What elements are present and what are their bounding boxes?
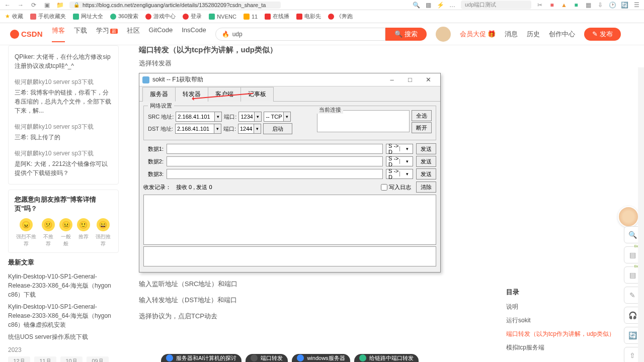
nav-blog[interactable]: 博客 [52, 26, 65, 42]
chevron-down-icon[interactable]: ▾ [214, 124, 221, 133]
comment-title[interactable]: 银河麒麟ky10 server sp3下载 [15, 149, 112, 158]
sync-icon[interactable]: 🔄 [621, 2, 628, 9]
nav-inscode[interactable]: InsCode [182, 26, 206, 42]
search-button[interactable]: 🔍 搜索 [385, 28, 427, 41]
direction-select[interactable]: S -> D▾ [386, 169, 413, 179]
rating-4[interactable]: 🙂推荐 [77, 218, 90, 247]
data1-input[interactable] [167, 144, 383, 154]
bottom-pill[interactable]: 服务器和AI计算机的探讨 [161, 354, 242, 362]
log-area[interactable] [143, 195, 436, 245]
send-button-2[interactable]: 发送 [416, 156, 436, 167]
select-all-button[interactable]: 全选 [412, 110, 432, 121]
start-button[interactable]: 启动 [263, 123, 292, 134]
reload-icon[interactable]: ⟳ [30, 2, 37, 9]
rating-3[interactable]: 😐一般般 [59, 218, 73, 247]
scrollbar[interactable] [638, 67, 644, 362]
comment-item[interactable]: QPiker: 大佬哥，在什么地方修改sip注册协议改成tcp哇^_^ [15, 52, 112, 70]
bookmark-item[interactable]: 电影先 [296, 13, 321, 20]
direction-select[interactable]: S -> D▾ [386, 144, 413, 154]
archive-month[interactable]: 09月53篇 [87, 356, 109, 362]
apps-icon[interactable]: ▦ [585, 2, 592, 9]
article-link[interactable]: Kylin-Desktop-V10-SP1-General-Release-23… [8, 302, 119, 329]
bottom-pill[interactable]: 端口转发 [246, 354, 288, 362]
minimize-button[interactable]: – [383, 75, 401, 85]
history-link[interactable]: 历史 [527, 30, 540, 39]
bookmark-item[interactable]: ★收藏 [5, 13, 23, 20]
scissors-icon[interactable]: ✂ [536, 2, 543, 9]
folder-icon[interactable]: 📁 [56, 2, 63, 9]
archive-month[interactable]: 10月37篇 [60, 356, 83, 362]
input-area[interactable] [143, 246, 436, 266]
search-input[interactable]: 🔥 udp [215, 28, 385, 41]
zoom-icon[interactable]: 🔍 [413, 2, 420, 9]
bookmark-item[interactable]: 登录 [183, 13, 202, 20]
src-port-combo[interactable]: ▾ [238, 112, 262, 122]
comment-title[interactable]: 银河麒麟ky10 server sp3下载 [15, 122, 112, 131]
nav-community[interactable]: 社区 [127, 26, 140, 42]
more-icon[interactable]: … [449, 2, 456, 9]
bookmark-item[interactable]: NVENC [209, 14, 236, 20]
image-icon[interactable]: ▩ [425, 2, 432, 9]
data2-input[interactable] [167, 156, 383, 166]
toc-item-active[interactable]: 端口转发（以为tcp作为讲解，udp类似） [506, 330, 636, 338]
toc-item[interactable]: 说明 [506, 303, 636, 311]
ext-icon-1[interactable]: ■ [548, 2, 555, 9]
close-button[interactable]: ✕ [419, 75, 437, 85]
src-ip-combo[interactable]: ▾ [176, 112, 222, 122]
forward-icon[interactable]: → [17, 2, 24, 9]
ext-icon-2[interactable]: ▲ [560, 2, 568, 9]
comment-title[interactable]: 银河麒麟ky10 server sp3下载 [15, 77, 112, 86]
chevron-down-icon[interactable]: ▾ [214, 112, 221, 121]
clear-button[interactable]: 清除 [416, 182, 436, 193]
data3-input[interactable] [167, 169, 383, 179]
chevron-down-icon[interactable]: ▾ [283, 112, 290, 121]
disconnect-button[interactable]: 断开 [412, 122, 432, 133]
rating-2[interactable]: 😕不推荐 [41, 218, 55, 247]
history-icon[interactable]: 🕑 [609, 2, 616, 9]
nav-learn[interactable]: 学习新 [96, 26, 118, 42]
direction-select[interactable]: S -> D▾ [386, 156, 413, 166]
chevron-down-icon[interactable]: ▾ [254, 124, 261, 133]
messages-link[interactable]: 消息 [505, 30, 518, 39]
send-button-3[interactable]: 发送 [416, 168, 436, 179]
bookmark-item[interactable]: 11 [244, 14, 258, 20]
browser-search[interactable]: udp端口测试 [461, 1, 531, 9]
publish-button[interactable]: ✎ 发布 [584, 28, 621, 41]
write-log-checkbox[interactable]: 写入日志 [381, 184, 411, 191]
menu-icon[interactable]: ☰ [633, 2, 640, 9]
bottom-pill[interactable]: 给链路中端口转发 [354, 354, 419, 362]
bookmark-item[interactable]: 游戏中心 [145, 13, 176, 20]
archive-month[interactable]: 11月75篇 [34, 356, 56, 362]
nav-download[interactable]: 下载 [74, 26, 87, 42]
dst-ip-combo[interactable]: ▾ [175, 124, 221, 134]
assistant-avatar[interactable] [618, 206, 639, 227]
bookmark-item[interactable]: 在线播 [265, 13, 289, 20]
csdn-logo[interactable]: CSDN [10, 30, 43, 39]
bookmark-item[interactable]: 《奔跑 [328, 13, 353, 20]
tab-server[interactable]: 服务器 [142, 87, 176, 102]
user-avatar[interactable] [436, 27, 451, 42]
back-icon[interactable]: ← [4, 2, 11, 9]
bookmark-item[interactable]: 360搜索 [110, 13, 138, 20]
archive-year[interactable]: 2023 [8, 346, 119, 353]
proto-combo[interactable]: ▾ [264, 112, 291, 122]
maximize-button[interactable]: □ [401, 75, 419, 85]
bolt-icon[interactable]: ⚡ [437, 2, 444, 9]
rating-1[interactable]: 😠强烈不推荐 [15, 218, 37, 247]
archive-month[interactable]: 12月44篇 [8, 356, 30, 362]
tab-icon[interactable]: ▣ [43, 2, 50, 9]
toc-item[interactable]: 模拟tcp服务端 [506, 343, 636, 352]
send-button-1[interactable]: 发送 [416, 143, 436, 154]
toc-item[interactable]: 运行sokit [506, 316, 636, 325]
download-icon[interactable]: ⇩ [597, 2, 604, 9]
bookmark-item[interactable]: 手机收藏夹 [30, 13, 66, 20]
bottom-pill[interactable]: windows服务器 [292, 354, 350, 362]
bookmark-item[interactable]: 网址大全 [73, 13, 103, 20]
url-bar[interactable]: 🔒 https://blog.csdn.net/zengliguang/arti… [69, 2, 281, 9]
article-link[interactable]: 统信UOS server操作系统下载 [8, 332, 119, 341]
rating-5[interactable]: 😄强烈推荐 [94, 218, 112, 247]
ext-icon-3[interactable]: ■ [573, 2, 580, 9]
nav-gitcode[interactable]: GitCode [149, 26, 173, 42]
dst-port-combo[interactable]: ▾ [238, 124, 261, 134]
article-link[interactable]: Kylin-Desktop-V10-SP1-General-Release-23… [8, 272, 119, 299]
